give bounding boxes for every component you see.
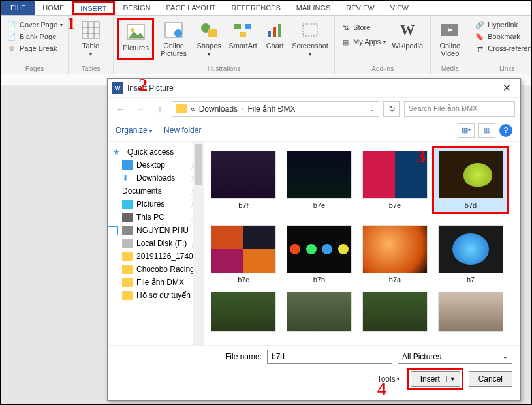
search-input[interactable]: Search File ảnh ĐMX [404, 101, 515, 117]
screenshot-icon [300, 20, 321, 40]
file-item[interactable] [283, 289, 356, 335]
group-links: 🔗Hyperlink 🔖Bookmark ⇄Cross-reference Li… [469, 16, 532, 74]
forward-button[interactable]: → [133, 101, 148, 117]
tab-references[interactable]: REFERENCES [224, 1, 289, 15]
group-illustrations: Pictures Online Pictures Shapes ▾ SmartA… [114, 16, 335, 74]
group-pages: 📄Cover Page ▾ 📄Blank Page ⎊Page Break Pa… [1, 16, 69, 74]
shapes-icon [198, 20, 219, 40]
group-addins: 🛍Store ▦My Apps ▾ W Wikipedia Add-ins [335, 16, 431, 74]
desktop-icon [122, 160, 133, 170]
file-thumbnail [287, 225, 352, 273]
dialog-titlebar: W Insert Picture ✕ [108, 79, 520, 97]
sidebar-item-pictures[interactable]: Pictures📌 [108, 198, 204, 211]
sidebar-item-folder[interactable]: Hồ sơ dự tuyển [108, 289, 204, 302]
tab-home[interactable]: HOME [35, 1, 72, 15]
file-item[interactable] [434, 289, 507, 335]
screenshot-button[interactable]: Screenshot▾ [290, 18, 330, 60]
online-video-button[interactable]: Online Video [435, 18, 465, 59]
group-pages-label: Pages [5, 65, 64, 72]
my-apps-button[interactable]: ▦My Apps ▾ [340, 37, 386, 47]
file-thumbnail [438, 225, 503, 273]
bookmark-button[interactable]: 🔖Bookmark [475, 31, 532, 42]
location-sidebar: ★Quick access Desktop📌 ⬇Downloads📌 Docum… [108, 142, 204, 345]
svg-point-8 [174, 29, 182, 37]
tab-view[interactable]: VIEW [383, 1, 416, 15]
file-item[interactable]: b7f [207, 148, 280, 212]
documents-icon [108, 226, 118, 235]
organize-button[interactable]: Organize ▾ [116, 126, 152, 135]
file-item[interactable] [358, 289, 431, 335]
smartart-button[interactable]: SmartArt [226, 18, 260, 60]
cross-ref-button[interactable]: ⇄Cross-reference [475, 43, 532, 53]
file-type-filter[interactable]: All Pictures⌄ [398, 350, 512, 364]
file-item[interactable]: b7e [358, 148, 431, 212]
sidebar-item-usb[interactable]: NGUYEN PHU📌 [108, 224, 204, 237]
sidebar-item-quick-access[interactable]: ★Quick access [108, 145, 204, 158]
tab-insert[interactable]: INSERT [72, 1, 115, 15]
file-item[interactable] [207, 289, 280, 335]
filename-input[interactable] [267, 350, 392, 364]
ribbon: 📄Cover Page ▾ 📄Blank Page ⎊Page Break Pa… [1, 16, 531, 74]
folder-icon [122, 265, 133, 274]
tab-file[interactable]: FILE [1, 1, 35, 15]
file-item-selected[interactable]: b7d [434, 148, 507, 212]
cover-page-button[interactable]: 📄Cover Page ▾ [7, 20, 63, 30]
back-button[interactable]: ← [113, 101, 129, 117]
file-item[interactable]: b7 [434, 222, 507, 286]
online-pictures-button[interactable]: Online Pictures [155, 18, 192, 60]
disk-icon [122, 239, 133, 248]
file-item[interactable]: b7e [283, 148, 356, 212]
tab-mailings[interactable]: MAILINGS [289, 1, 339, 15]
tools-button[interactable]: Tools ▾ [377, 374, 399, 383]
sidebar-item-folder[interactable]: Chocobo Racing [108, 263, 204, 276]
file-item[interactable]: b7b [283, 222, 356, 286]
new-folder-button[interactable]: New folder [164, 126, 201, 135]
shapes-button[interactable]: Shapes ▾ [193, 18, 225, 60]
breadcrumb[interactable]: « Downloads › File ảnh ĐMX ⌄ [172, 101, 379, 117]
tab-design[interactable]: DESIGN [115, 1, 158, 15]
page-break-button[interactable]: ⎊Page Break [7, 43, 63, 53]
sidebar-item-local-disk[interactable]: Local Disk (F:)📌 [108, 237, 204, 250]
file-item[interactable]: b7c [207, 222, 280, 286]
svg-rect-17 [303, 24, 317, 36]
sidebar-scrollbar[interactable] [193, 142, 204, 345]
cancel-button[interactable]: Cancel [469, 371, 512, 387]
svg-rect-0 [82, 22, 99, 38]
sidebar-item-documents[interactable]: Documents📌 [108, 185, 204, 198]
table-button[interactable]: Table▾ [72, 18, 109, 60]
file-thumbnail [362, 292, 428, 332]
refresh-button[interactable]: ↻ [383, 101, 400, 117]
sidebar-item-desktop[interactable]: Desktop📌 [108, 158, 204, 172]
up-button[interactable]: ↑ [152, 101, 168, 117]
file-item[interactable]: b7a [358, 222, 431, 286]
sidebar-item-this-pc[interactable]: This PC📌 [108, 211, 204, 224]
svg-rect-11 [234, 24, 241, 29]
group-tables-label: Tables [72, 65, 109, 72]
tab-review[interactable]: REVIEW [338, 1, 382, 15]
group-media: Online Video Media [431, 16, 469, 74]
store-icon: 🛍 [340, 22, 351, 33]
help-button[interactable]: ? [499, 124, 512, 137]
tab-page-layout[interactable]: PAGE LAYOUT [159, 1, 224, 15]
pictures-button[interactable]: Pictures [117, 18, 154, 60]
group-links-label: Links [473, 65, 532, 72]
hyperlink-button[interactable]: 🔗Hyperlink [475, 20, 532, 30]
chart-icon [264, 20, 285, 40]
chart-button[interactable]: Chart [261, 18, 289, 60]
view-details-button[interactable]: ▥ [478, 123, 495, 138]
cross-ref-icon: ⇄ [475, 43, 485, 53]
filename-label: File name: [206, 352, 262, 361]
insert-button[interactable]: Insert▼ [411, 371, 460, 387]
view-thumbnails-button[interactable]: ▦ ▾ [458, 123, 475, 138]
close-button[interactable]: ✕ [497, 82, 516, 94]
sidebar-item-folder[interactable]: 20191126_174047 [108, 250, 204, 263]
sidebar-item-folder[interactable]: File ảnh ĐMX [108, 276, 204, 289]
store-button[interactable]: 🛍Store [340, 22, 386, 33]
cover-page-icon: 📄 [7, 20, 17, 30]
usb-icon [122, 226, 133, 235]
ribbon-tabs: FILE HOME INSERT DESIGN PAGE LAYOUT REFE… [1, 1, 531, 16]
insert-dropdown[interactable]: ▼ [446, 376, 456, 382]
sidebar-item-downloads[interactable]: ⬇Downloads📌 [108, 172, 204, 185]
wikipedia-button[interactable]: W Wikipedia [388, 18, 426, 51]
blank-page-button[interactable]: 📄Blank Page [7, 31, 63, 42]
